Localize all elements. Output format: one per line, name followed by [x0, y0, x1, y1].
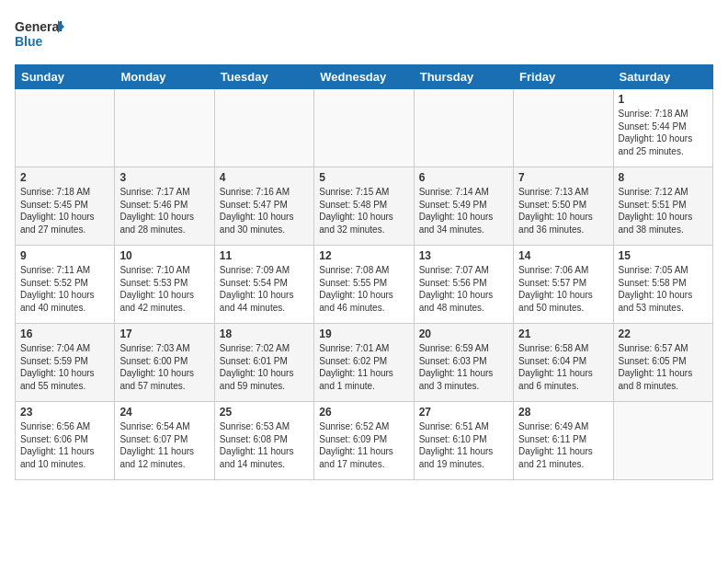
day-number: 16 [20, 327, 109, 340]
calendar-cell: 8Sunrise: 7:12 AM Sunset: 5:51 PM Daylig… [613, 167, 712, 246]
calendar-cell: 13Sunrise: 7:07 AM Sunset: 5:56 PM Dayli… [414, 246, 513, 324]
calendar-cell: 9Sunrise: 7:11 AM Sunset: 5:52 PM Daylig… [16, 246, 115, 324]
calendar-cell: 28Sunrise: 6:49 AM Sunset: 6:11 PM Dayli… [514, 402, 613, 480]
logo: General Blue [15, 15, 65, 55]
day-info: Sunrise: 7:06 AM Sunset: 5:57 PM Dayligh… [518, 264, 608, 314]
day-info: Sunrise: 6:59 AM Sunset: 6:03 PM Dayligh… [419, 342, 508, 392]
day-info: Sunrise: 7:05 AM Sunset: 5:58 PM Dayligh… [619, 264, 708, 314]
calendar-cell: 2Sunrise: 7:18 AM Sunset: 5:45 PM Daylig… [16, 167, 115, 246]
day-info: Sunrise: 6:58 AM Sunset: 6:04 PM Dayligh… [518, 342, 608, 392]
day-info: Sunrise: 7:02 AM Sunset: 6:01 PM Dayligh… [220, 342, 309, 392]
day-number: 26 [319, 406, 408, 419]
calendar-cell: 5Sunrise: 7:15 AM Sunset: 5:48 PM Daylig… [314, 167, 414, 246]
day-number: 5 [319, 171, 408, 184]
day-info: Sunrise: 7:08 AM Sunset: 5:55 PM Dayligh… [319, 264, 408, 314]
calendar-cell: 4Sunrise: 7:16 AM Sunset: 5:47 PM Daylig… [214, 167, 313, 246]
day-number: 12 [319, 249, 408, 262]
calendar-week-row: 16Sunrise: 7:04 AM Sunset: 5:59 PM Dayli… [16, 324, 713, 402]
calendar-cell [414, 89, 513, 167]
day-info: Sunrise: 7:14 AM Sunset: 5:49 PM Dayligh… [419, 186, 508, 236]
day-info: Sunrise: 6:57 AM Sunset: 6:05 PM Dayligh… [619, 342, 708, 392]
day-number: 24 [119, 406, 209, 419]
day-number: 22 [619, 327, 708, 340]
calendar-cell: 16Sunrise: 7:04 AM Sunset: 5:59 PM Dayli… [16, 324, 115, 402]
day-info: Sunrise: 6:52 AM Sunset: 6:09 PM Dayligh… [319, 420, 408, 470]
calendar-week-row: 23Sunrise: 6:56 AM Sunset: 6:06 PM Dayli… [16, 402, 713, 480]
page-header: General Blue [15, 15, 713, 55]
day-number: 11 [220, 249, 309, 262]
day-info: Sunrise: 7:09 AM Sunset: 5:54 PM Dayligh… [220, 264, 309, 314]
calendar-cell [314, 89, 414, 167]
calendar-cell: 25Sunrise: 6:53 AM Sunset: 6:08 PM Dayli… [214, 402, 313, 480]
calendar-cell [214, 89, 313, 167]
calendar-cell [115, 89, 214, 167]
day-number: 8 [619, 171, 708, 184]
calendar-cell: 3Sunrise: 7:17 AM Sunset: 5:46 PM Daylig… [115, 167, 214, 246]
day-info: Sunrise: 7:15 AM Sunset: 5:48 PM Dayligh… [319, 186, 408, 236]
day-info: Sunrise: 7:12 AM Sunset: 5:51 PM Dayligh… [619, 186, 708, 236]
svg-text:Blue: Blue [15, 34, 43, 49]
weekday-header-friday: Friday [514, 65, 613, 89]
day-number: 9 [20, 249, 109, 262]
day-info: Sunrise: 7:01 AM Sunset: 6:02 PM Dayligh… [319, 342, 408, 392]
calendar-cell: 19Sunrise: 7:01 AM Sunset: 6:02 PM Dayli… [314, 324, 414, 402]
weekday-header-sunday: Sunday [16, 65, 115, 89]
calendar-header-row: SundayMondayTuesdayWednesdayThursdayFrid… [16, 65, 713, 89]
calendar-cell: 6Sunrise: 7:14 AM Sunset: 5:49 PM Daylig… [414, 167, 513, 246]
weekday-header-tuesday: Tuesday [214, 65, 313, 89]
day-info: Sunrise: 7:03 AM Sunset: 6:00 PM Dayligh… [119, 342, 209, 392]
calendar-cell: 15Sunrise: 7:05 AM Sunset: 5:58 PM Dayli… [613, 246, 712, 324]
calendar-cell [16, 89, 115, 167]
calendar-table: SundayMondayTuesdayWednesdayThursdayFrid… [15, 64, 713, 480]
day-number: 7 [518, 171, 608, 184]
calendar-week-row: 2Sunrise: 7:18 AM Sunset: 5:45 PM Daylig… [16, 167, 713, 246]
calendar-cell: 1Sunrise: 7:18 AM Sunset: 5:44 PM Daylig… [613, 89, 712, 167]
day-number: 25 [220, 406, 309, 419]
weekday-header-monday: Monday [115, 65, 214, 89]
day-info: Sunrise: 6:53 AM Sunset: 6:08 PM Dayligh… [220, 420, 309, 470]
calendar-cell: 12Sunrise: 7:08 AM Sunset: 5:55 PM Dayli… [314, 246, 414, 324]
calendar-cell: 24Sunrise: 6:54 AM Sunset: 6:07 PM Dayli… [115, 402, 214, 480]
day-number: 23 [20, 406, 109, 419]
day-number: 27 [419, 406, 508, 419]
weekday-header-thursday: Thursday [414, 65, 513, 89]
calendar-cell: 11Sunrise: 7:09 AM Sunset: 5:54 PM Dayli… [214, 246, 313, 324]
calendar-cell: 7Sunrise: 7:13 AM Sunset: 5:50 PM Daylig… [514, 167, 613, 246]
calendar-cell: 14Sunrise: 7:06 AM Sunset: 5:57 PM Dayli… [514, 246, 613, 324]
calendar-week-row: 9Sunrise: 7:11 AM Sunset: 5:52 PM Daylig… [16, 246, 713, 324]
day-info: Sunrise: 7:13 AM Sunset: 5:50 PM Dayligh… [518, 186, 608, 236]
calendar-cell: 26Sunrise: 6:52 AM Sunset: 6:09 PM Dayli… [314, 402, 414, 480]
weekday-header-wednesday: Wednesday [314, 65, 414, 89]
day-info: Sunrise: 7:16 AM Sunset: 5:47 PM Dayligh… [220, 186, 309, 236]
calendar-cell: 17Sunrise: 7:03 AM Sunset: 6:00 PM Dayli… [115, 324, 214, 402]
weekday-header-saturday: Saturday [613, 65, 712, 89]
day-number: 13 [419, 249, 508, 262]
day-info: Sunrise: 7:11 AM Sunset: 5:52 PM Dayligh… [20, 264, 109, 314]
day-info: Sunrise: 7:17 AM Sunset: 5:46 PM Dayligh… [119, 186, 209, 236]
calendar-cell: 22Sunrise: 6:57 AM Sunset: 6:05 PM Dayli… [613, 324, 712, 402]
day-number: 18 [220, 327, 309, 340]
day-number: 21 [518, 327, 608, 340]
day-number: 3 [119, 171, 209, 184]
day-number: 6 [419, 171, 508, 184]
calendar-cell: 10Sunrise: 7:10 AM Sunset: 5:53 PM Dayli… [115, 246, 214, 324]
calendar-cell: 27Sunrise: 6:51 AM Sunset: 6:10 PM Dayli… [414, 402, 513, 480]
day-info: Sunrise: 6:54 AM Sunset: 6:07 PM Dayligh… [119, 420, 209, 470]
day-info: Sunrise: 7:04 AM Sunset: 5:59 PM Dayligh… [20, 342, 109, 392]
day-number: 28 [518, 406, 608, 419]
day-info: Sunrise: 6:51 AM Sunset: 6:10 PM Dayligh… [419, 420, 508, 470]
day-info: Sunrise: 7:18 AM Sunset: 5:44 PM Dayligh… [619, 108, 708, 157]
day-number: 15 [619, 249, 708, 262]
day-info: Sunrise: 7:18 AM Sunset: 5:45 PM Dayligh… [20, 186, 109, 236]
day-info: Sunrise: 7:07 AM Sunset: 5:56 PM Dayligh… [419, 264, 508, 314]
day-number: 19 [319, 327, 408, 340]
day-number: 4 [220, 171, 309, 184]
calendar-week-row: 1Sunrise: 7:18 AM Sunset: 5:44 PM Daylig… [16, 89, 713, 167]
day-number: 14 [518, 249, 608, 262]
calendar-cell: 23Sunrise: 6:56 AM Sunset: 6:06 PM Dayli… [16, 402, 115, 480]
svg-text:General: General [15, 19, 63, 34]
day-number: 2 [20, 171, 109, 184]
calendar-cell [613, 402, 712, 480]
calendar-cell: 18Sunrise: 7:02 AM Sunset: 6:01 PM Dayli… [214, 324, 313, 402]
day-number: 20 [419, 327, 508, 340]
